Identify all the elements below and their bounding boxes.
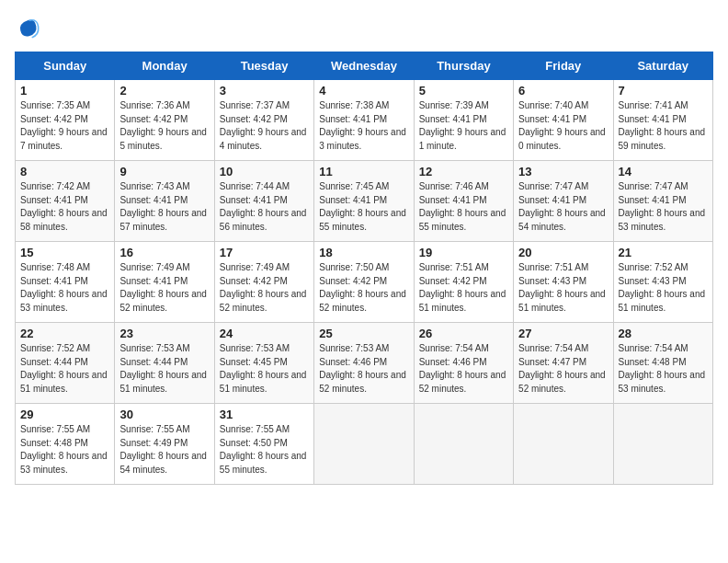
day-info: Sunrise: 7:51 AM Sunset: 4:43 PM Dayligh… (518, 261, 608, 315)
day-number: 7 (619, 84, 708, 98)
day-number: 1 (20, 84, 109, 98)
day-number: 27 (518, 327, 608, 340)
day-number: 13 (518, 165, 608, 178)
day-number: 18 (319, 246, 408, 259)
day-header-sunday: Sunday (16, 52, 115, 80)
calendar-week-5: 29 Sunrise: 7:55 AM Sunset: 4:48 PM Dayl… (16, 404, 713, 485)
calendar-table: SundayMondayTuesdayWednesdayThursdayFrid… (15, 52, 713, 485)
day-number: 4 (319, 84, 408, 98)
day-cell-15: 15 Sunrise: 7:48 AM Sunset: 4:41 PM Dayl… (16, 242, 115, 323)
day-number: 29 (20, 408, 109, 421)
calendar-week-4: 22 Sunrise: 7:52 AM Sunset: 4:44 PM Dayl… (16, 323, 713, 404)
calendar-header-row: SundayMondayTuesdayWednesdayThursdayFrid… (16, 52, 713, 80)
day-info: Sunrise: 7:35 AM Sunset: 4:42 PM Dayligh… (20, 99, 109, 153)
day-info: Sunrise: 7:47 AM Sunset: 4:41 PM Dayligh… (518, 180, 608, 234)
day-header-wednesday: Wednesday (314, 52, 414, 80)
day-number: 31 (220, 408, 309, 421)
day-number: 16 (119, 246, 209, 259)
day-cell-27: 27 Sunrise: 7:54 AM Sunset: 4:47 PM Dayl… (514, 323, 613, 404)
day-header-monday: Monday (115, 52, 214, 80)
day-info: Sunrise: 7:48 AM Sunset: 4:41 PM Dayligh… (20, 261, 109, 315)
day-info: Sunrise: 7:39 AM Sunset: 4:41 PM Dayligh… (419, 99, 508, 153)
day-info: Sunrise: 7:42 AM Sunset: 4:41 PM Dayligh… (20, 180, 109, 234)
header (15, 15, 713, 40)
day-cell-9: 9 Sunrise: 7:43 AM Sunset: 4:41 PM Dayli… (115, 161, 214, 242)
day-cell-4: 4 Sunrise: 7:38 AM Sunset: 4:41 PM Dayli… (314, 80, 414, 161)
day-header-thursday: Thursday (414, 52, 513, 80)
day-number: 30 (119, 408, 209, 421)
day-cell-6: 6 Sunrise: 7:40 AM Sunset: 4:41 PM Dayli… (514, 80, 613, 161)
day-number: 14 (619, 165, 708, 178)
day-info: Sunrise: 7:53 AM Sunset: 4:44 PM Dayligh… (119, 342, 209, 396)
day-info: Sunrise: 7:47 AM Sunset: 4:41 PM Dayligh… (619, 180, 708, 234)
day-cell-20: 20 Sunrise: 7:51 AM Sunset: 4:43 PM Dayl… (514, 242, 613, 323)
day-cell-1: 1 Sunrise: 7:35 AM Sunset: 4:42 PM Dayli… (16, 80, 115, 161)
day-info: Sunrise: 7:36 AM Sunset: 4:42 PM Dayligh… (119, 99, 209, 153)
day-cell-2: 2 Sunrise: 7:36 AM Sunset: 4:42 PM Dayli… (115, 80, 214, 161)
day-header-friday: Friday (514, 52, 613, 80)
day-info: Sunrise: 7:44 AM Sunset: 4:41 PM Dayligh… (220, 180, 309, 234)
empty-cell (314, 404, 414, 485)
day-info: Sunrise: 7:55 AM Sunset: 4:49 PM Dayligh… (119, 423, 209, 477)
calendar-week-1: 1 Sunrise: 7:35 AM Sunset: 4:42 PM Dayli… (16, 80, 713, 161)
day-info: Sunrise: 7:52 AM Sunset: 4:44 PM Dayligh… (20, 342, 109, 396)
day-number: 12 (419, 165, 508, 178)
day-cell-13: 13 Sunrise: 7:47 AM Sunset: 4:41 PM Dayl… (514, 161, 613, 242)
day-info: Sunrise: 7:45 AM Sunset: 4:41 PM Dayligh… (319, 180, 408, 234)
day-number: 10 (220, 165, 309, 178)
empty-cell (613, 404, 712, 485)
day-cell-26: 26 Sunrise: 7:54 AM Sunset: 4:46 PM Dayl… (414, 323, 513, 404)
day-cell-12: 12 Sunrise: 7:46 AM Sunset: 4:41 PM Dayl… (414, 161, 513, 242)
day-number: 21 (619, 246, 708, 259)
day-number: 23 (119, 327, 209, 340)
day-cell-24: 24 Sunrise: 7:53 AM Sunset: 4:45 PM Dayl… (214, 323, 313, 404)
day-cell-17: 17 Sunrise: 7:49 AM Sunset: 4:42 PM Dayl… (214, 242, 313, 323)
day-number: 15 (20, 246, 109, 259)
day-info: Sunrise: 7:50 AM Sunset: 4:42 PM Dayligh… (319, 261, 408, 315)
day-info: Sunrise: 7:53 AM Sunset: 4:46 PM Dayligh… (319, 342, 408, 396)
day-number: 22 (20, 327, 109, 340)
day-info: Sunrise: 7:40 AM Sunset: 4:41 PM Dayligh… (518, 99, 608, 153)
day-cell-19: 19 Sunrise: 7:51 AM Sunset: 4:42 PM Dayl… (414, 242, 513, 323)
day-header-tuesday: Tuesday (214, 52, 313, 80)
day-info: Sunrise: 7:43 AM Sunset: 4:41 PM Dayligh… (119, 180, 209, 234)
day-number: 24 (220, 327, 309, 340)
day-cell-21: 21 Sunrise: 7:52 AM Sunset: 4:43 PM Dayl… (613, 242, 712, 323)
day-number: 5 (419, 84, 508, 98)
day-info: Sunrise: 7:38 AM Sunset: 4:41 PM Dayligh… (319, 99, 408, 153)
day-number: 9 (119, 165, 209, 178)
day-info: Sunrise: 7:37 AM Sunset: 4:42 PM Dayligh… (220, 99, 309, 153)
day-number: 17 (220, 246, 309, 259)
day-cell-14: 14 Sunrise: 7:47 AM Sunset: 4:41 PM Dayl… (613, 161, 712, 242)
day-cell-7: 7 Sunrise: 7:41 AM Sunset: 4:41 PM Dayli… (613, 80, 712, 161)
day-cell-5: 5 Sunrise: 7:39 AM Sunset: 4:41 PM Dayli… (414, 80, 513, 161)
day-info: Sunrise: 7:55 AM Sunset: 4:50 PM Dayligh… (220, 423, 309, 477)
day-info: Sunrise: 7:52 AM Sunset: 4:43 PM Dayligh… (619, 261, 708, 315)
day-info: Sunrise: 7:46 AM Sunset: 4:41 PM Dayligh… (419, 180, 508, 234)
day-info: Sunrise: 7:54 AM Sunset: 4:47 PM Dayligh… (518, 342, 608, 396)
day-cell-23: 23 Sunrise: 7:53 AM Sunset: 4:44 PM Dayl… (115, 323, 214, 404)
day-cell-11: 11 Sunrise: 7:45 AM Sunset: 4:41 PM Dayl… (314, 161, 414, 242)
day-number: 19 (419, 246, 508, 259)
day-number: 2 (119, 84, 209, 98)
day-info: Sunrise: 7:49 AM Sunset: 4:42 PM Dayligh… (220, 261, 309, 315)
day-cell-3: 3 Sunrise: 7:37 AM Sunset: 4:42 PM Dayli… (214, 80, 313, 161)
day-cell-25: 25 Sunrise: 7:53 AM Sunset: 4:46 PM Dayl… (314, 323, 414, 404)
logo-icon (15, 15, 40, 40)
day-cell-18: 18 Sunrise: 7:50 AM Sunset: 4:42 PM Dayl… (314, 242, 414, 323)
day-header-saturday: Saturday (613, 52, 712, 80)
day-info: Sunrise: 7:41 AM Sunset: 4:41 PM Dayligh… (619, 99, 708, 153)
day-info: Sunrise: 7:51 AM Sunset: 4:42 PM Dayligh… (419, 261, 508, 315)
day-info: Sunrise: 7:49 AM Sunset: 4:41 PM Dayligh… (119, 261, 209, 315)
empty-cell (414, 404, 513, 485)
day-info: Sunrise: 7:54 AM Sunset: 4:48 PM Dayligh… (619, 342, 708, 396)
day-cell-10: 10 Sunrise: 7:44 AM Sunset: 4:41 PM Dayl… (214, 161, 313, 242)
day-cell-28: 28 Sunrise: 7:54 AM Sunset: 4:48 PM Dayl… (613, 323, 712, 404)
day-info: Sunrise: 7:53 AM Sunset: 4:45 PM Dayligh… (220, 342, 309, 396)
day-number: 6 (518, 84, 608, 98)
day-cell-22: 22 Sunrise: 7:52 AM Sunset: 4:44 PM Dayl… (16, 323, 115, 404)
day-info: Sunrise: 7:55 AM Sunset: 4:48 PM Dayligh… (20, 423, 109, 477)
day-number: 28 (619, 327, 708, 340)
day-number: 3 (220, 84, 309, 98)
day-info: Sunrise: 7:54 AM Sunset: 4:46 PM Dayligh… (419, 342, 508, 396)
